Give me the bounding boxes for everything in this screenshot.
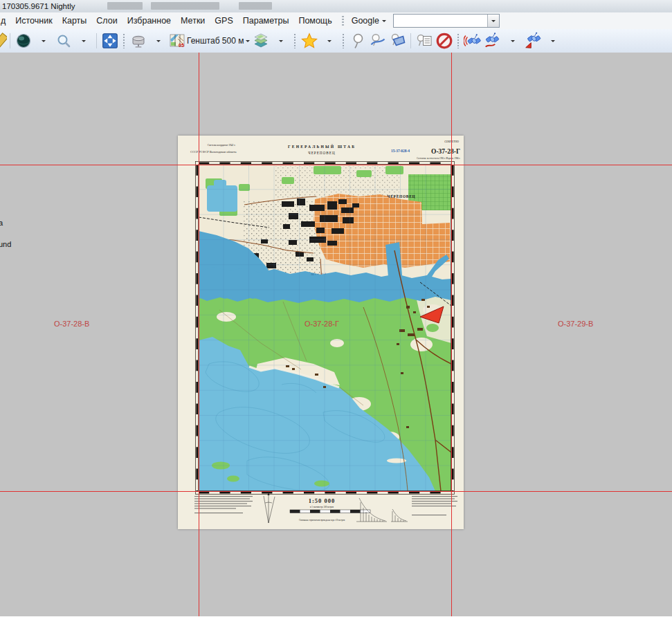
sheet-grid-label: О-37-28-В — [54, 320, 89, 328]
favorites-star-icon — [300, 32, 318, 50]
menu-item-favorites[interactable]: Избранное — [122, 14, 176, 28]
placemark-manager-icon — [416, 33, 433, 49]
hide-marks-button[interactable] — [434, 31, 454, 50]
chevron-down-icon — [279, 40, 283, 44]
sheet-grid-label: О-37-28-Г — [305, 320, 339, 328]
scale-label: 1:50 000 — [309, 497, 335, 504]
background-window-fragment — [151, 2, 219, 10]
menu-item-vid[interactable]: д — [0, 14, 10, 28]
favorites-button[interactable] — [299, 31, 319, 50]
favorites-dropdown[interactable] — [319, 31, 339, 50]
sheet-index-blue: 15-37-028-4 — [391, 149, 410, 153]
toolbar-grip[interactable] — [341, 15, 345, 26]
sheet-city-title: ЧЕРЕПОВЕЦ — [308, 151, 335, 155]
scale-bar — [290, 510, 370, 513]
chevron-down-icon — [82, 40, 86, 44]
search-provider-button[interactable]: Google — [347, 14, 390, 28]
separator — [96, 33, 97, 48]
hide-marks-icon — [435, 32, 453, 50]
chevron-down-icon — [491, 20, 496, 24]
tool-bar: 05 Генштаб 500 м — [0, 29, 672, 53]
ruler-icon — [0, 33, 7, 50]
layers-dropdown[interactable] — [271, 31, 291, 50]
state-note: Состояние местности на 1985 г. Издание 1… — [417, 157, 460, 160]
add-placemark-button[interactable] — [347, 31, 367, 50]
chevron-down-icon — [551, 40, 555, 44]
add-placemark-icon — [349, 33, 366, 49]
svg-text:05: 05 — [179, 43, 184, 48]
gps-track-dropdown[interactable] — [502, 31, 523, 50]
gps-connect-icon — [464, 32, 482, 50]
menu-item-maps[interactable]: Карты — [57, 14, 92, 28]
km-grid — [199, 165, 451, 491]
toolbar-grip[interactable] — [293, 33, 296, 48]
menu-item-gps[interactable]: GPS — [210, 14, 237, 28]
chevron-down-icon — [327, 40, 332, 44]
contour-note: Сплошные горизонтали проведены через 10 … — [299, 519, 345, 522]
fullscreen-button[interactable] — [100, 31, 120, 50]
add-polygon-button[interactable] — [388, 31, 408, 50]
add-path-icon — [369, 33, 387, 49]
separator — [410, 33, 411, 48]
toolbar-grip[interactable] — [122, 33, 125, 48]
sheet-grid-hline — [0, 491, 672, 492]
zoom-dropdown[interactable] — [73, 31, 93, 50]
menu-item-source[interactable]: Источник — [10, 14, 57, 28]
add-path-button[interactable] — [367, 31, 388, 50]
menu-item-help[interactable]: Помощь — [293, 14, 336, 28]
globe-icon — [15, 33, 32, 49]
zoom-button[interactable] — [53, 31, 73, 50]
gps-position-button[interactable] — [523, 31, 543, 50]
edge-label-fragment: a — [0, 219, 3, 227]
chevron-down-icon — [246, 40, 250, 44]
menu-item-layers[interactable]: Слои — [91, 14, 122, 28]
layers-icon — [253, 33, 269, 49]
chevron-down-icon — [42, 40, 46, 44]
gps-connect-button[interactable] — [462, 31, 482, 50]
add-polygon-icon — [389, 33, 407, 49]
map-type-icon: 05 — [169, 33, 185, 49]
placemark-manager-button[interactable] — [414, 31, 434, 50]
separator — [10, 33, 10, 48]
map-sheet-image: ЧЕРЕПОВЕЦ Шексна Система координат 1942 — [178, 136, 464, 529]
sheet-code: О-37-28-Г — [431, 148, 460, 155]
map-select-label: Генштаб 500 м — [187, 36, 244, 46]
chevron-down-icon — [382, 20, 386, 24]
sheet-grid-vline — [199, 53, 199, 616]
menu-bar: д Источник Карты Слои Избранное Метки GP… — [0, 12, 672, 30]
general-staff-title: ГЕНЕРАЛЬНЫЙ ШТАБ — [288, 144, 356, 149]
cache-icon — [130, 33, 147, 49]
globe-button[interactable] — [13, 31, 33, 50]
chevron-down-icon — [511, 40, 515, 44]
map-content: ЧЕРЕПОВЕЦ Шексна — [199, 165, 451, 491]
map-canvas[interactable]: ЧЕРЕПОВЕЦ Шексна Система координат 1942 — [0, 53, 672, 616]
search-input[interactable] — [394, 15, 487, 27]
cache-dropdown[interactable] — [148, 31, 168, 50]
status-bar — [0, 616, 672, 626]
map-sheet[interactable]: ЧЕРЕПОВЕЦ Шексна Система координат 1942 — [178, 136, 464, 529]
scale-sub-label: в 1 сантиметре 500 метров — [310, 506, 334, 508]
sheet-grid-label: О-37-29-В — [558, 320, 593, 328]
gps-track-button[interactable] — [482, 31, 502, 50]
search-combobox[interactable] — [393, 14, 500, 28]
region-note: СССР РСФСР Вологодская область — [190, 150, 237, 154]
search-dropdown-button[interactable] — [487, 15, 499, 27]
background-window-fragment — [107, 2, 143, 10]
cache-button[interactable] — [128, 31, 148, 50]
menu-item-marks[interactable]: Метки — [176, 14, 210, 28]
chevron-down-icon — [156, 40, 161, 44]
background-window-fragment — [239, 2, 272, 10]
title-bar[interactable]: 170305.9671 Nightly — [0, 0, 672, 12]
coord-system-note: Система координат 1942 г. — [208, 144, 236, 147]
layers-button[interactable] — [251, 31, 271, 50]
menu-item-options[interactable]: Параметры — [238, 14, 294, 28]
map-select-button[interactable]: 05 Генштаб 500 м — [168, 31, 251, 50]
gps-position-dropdown[interactable] — [543, 31, 563, 50]
gps-position-icon — [524, 32, 542, 50]
globe-dropdown[interactable] — [33, 31, 53, 50]
toolbar-grip[interactable] — [457, 33, 460, 48]
ruler-button[interactable] — [0, 31, 7, 50]
toolbar-grip[interactable] — [342, 33, 345, 48]
search-provider-label: Google — [352, 16, 379, 26]
edge-label-fragment: und — [0, 240, 11, 248]
